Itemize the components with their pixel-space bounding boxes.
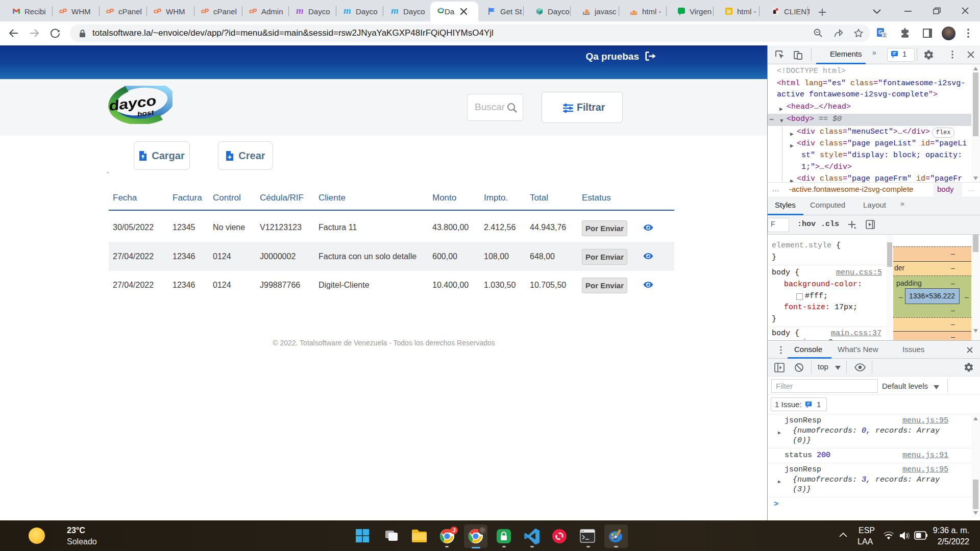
- svg-text:文: 文: [883, 33, 887, 38]
